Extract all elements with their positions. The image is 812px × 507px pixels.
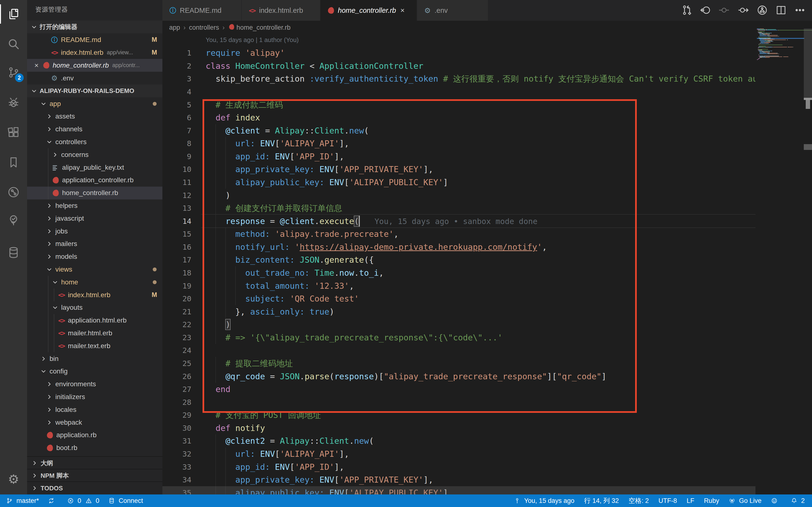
status-UTF-8[interactable]: UTF-8 xyxy=(659,497,677,505)
status-bell[interactable]: 2 xyxy=(791,497,805,505)
tree-item-mailer.html.erb[interactable]: <>mailer.html.erb xyxy=(27,327,162,339)
tree-item-models[interactable]: models xyxy=(27,250,162,263)
tree-item-environments[interactable]: environments xyxy=(27,378,162,391)
code-line-31[interactable]: @client2 = Alipay::Client.new( xyxy=(225,434,374,447)
code-line-25[interactable]: # 提取二维码地址 xyxy=(225,357,293,370)
code-line-20[interactable]: subject: 'QR Code test' xyxy=(245,292,359,305)
status-golive[interactable]: Go Live xyxy=(729,497,761,505)
code-line-3[interactable]: skip_before_action :verify_authenticity_… xyxy=(215,72,755,85)
tree-item-controllers[interactable]: controllers xyxy=(27,135,162,148)
code-line-17[interactable]: biz_content: JSON.generate({ xyxy=(236,253,374,266)
code-line-12[interactable]: ) xyxy=(225,189,230,202)
tree-item-alipay_public_key.txt[interactable]: alipay_public_key.txt xyxy=(27,161,162,174)
tree-item-bin[interactable]: bin xyxy=(27,352,162,365)
activity-source-control-icon[interactable]: 2 xyxy=(0,60,27,84)
code-line-13[interactable]: # 创建支付订单并取得订单信息 xyxy=(225,202,342,215)
status-Ruby[interactable]: Ruby xyxy=(704,497,719,505)
status-database[interactable]: Connect xyxy=(108,497,143,505)
horizontal-scrollbar[interactable] xyxy=(162,486,755,495)
breadcrumb-item[interactable]: app xyxy=(169,24,180,32)
tree-item-home[interactable]: home xyxy=(27,276,162,288)
tree-item-helpers[interactable]: helpers xyxy=(27,199,162,212)
status-LF[interactable]: LF xyxy=(687,497,694,505)
breadcrumb-item[interactable]: controllers xyxy=(189,24,219,32)
tree-item-channels[interactable]: channels xyxy=(27,123,162,136)
activity-files-icon[interactable] xyxy=(0,2,27,26)
code-line-7[interactable]: @client = Alipay::Client.new( xyxy=(225,124,369,137)
open-editor-README.md[interactable]: README.mdM xyxy=(27,33,162,46)
tree-item-initializers[interactable]: initializers xyxy=(27,390,162,403)
tree-item-views[interactable]: views xyxy=(27,263,162,276)
status-smiley[interactable] xyxy=(771,497,781,505)
code-line-33[interactable]: app_id: ENV['APP_ID'], xyxy=(236,460,344,473)
activity-search-icon[interactable] xyxy=(0,32,27,56)
activity-todo-tree-icon[interactable] xyxy=(0,208,27,232)
code-editor[interactable]: You, 15 days ago | 1 author (You) 1requi… xyxy=(162,34,755,495)
history-icon[interactable] xyxy=(755,3,769,17)
code-line-30[interactable]: def notify xyxy=(215,421,265,435)
open-editors-section-header[interactable]: 打开的编辑器 xyxy=(27,20,162,33)
code-line-34[interactable]: app_private_key: ENV['APP_PRIVATE_KEY'], xyxy=(236,473,433,486)
code-line-18[interactable]: out_trade_no: Time.now.to_i, xyxy=(245,266,384,279)
code-line-5[interactable]: # 生成付款二维码 xyxy=(215,98,283,111)
tree-item-index.html.erb[interactable]: <>index.html.erbM xyxy=(27,288,162,301)
tab-home_controller.rb[interactable]: home_controller.rb× xyxy=(320,0,417,21)
activity-extensions-icon[interactable] xyxy=(0,120,27,145)
code-line-8[interactable]: url: ENV['ALIPAY_API'], xyxy=(236,137,349,150)
tab-index.html.erb[interactable]: <>index.html.erb xyxy=(242,0,320,21)
split-editor-icon[interactable] xyxy=(774,3,788,17)
tree-item-application_controller.rb[interactable]: application_controller.rb xyxy=(27,174,162,187)
code-line-23[interactable]: # => '{\"alipay_trade_precreate_response… xyxy=(225,331,502,344)
activity-gitlens-icon[interactable] xyxy=(0,180,27,204)
tree-item-layouts[interactable]: layouts xyxy=(27,301,162,314)
tree-item-webpack[interactable]: webpack xyxy=(27,416,162,429)
tree-item-mailers[interactable]: mailers xyxy=(27,237,162,250)
tree-item-app[interactable]: app xyxy=(27,97,162,110)
code-line-21[interactable]: }, ascii_only: true) xyxy=(236,305,334,318)
code-line-32[interactable]: url: ENV['ALIPAY_API'], xyxy=(236,447,349,460)
tree-item-jobs[interactable]: jobs xyxy=(27,225,162,237)
code-line-16[interactable]: notify_url: 'https://alipay-demo-private… xyxy=(236,240,547,253)
next-change-icon[interactable] xyxy=(737,3,750,17)
breadcrumb-file[interactable]: home_controller.rb xyxy=(237,24,291,32)
code-line-9[interactable]: app_id: ENV['APP_ID'], xyxy=(236,150,344,163)
tree-item-boot.rb[interactable]: boot.rb xyxy=(27,442,162,454)
open-editor-.env[interactable]: ⚙.env xyxy=(27,72,162,84)
code-line-27[interactable]: end xyxy=(215,383,230,396)
tree-item-config[interactable]: config xyxy=(27,365,162,378)
status-warning[interactable]: 0 xyxy=(86,497,99,505)
project-section-header[interactable]: ALIPAY-RUBY-ON-RAILS-DEMO xyxy=(27,84,162,97)
sidebar-section-TODOS[interactable]: TODOS xyxy=(27,482,162,495)
code-line-29[interactable]: # 支付宝的 POST 回调地址 xyxy=(215,408,321,421)
tree-item-home_controller.rb[interactable]: home_controller.rb xyxy=(27,187,162,200)
status-branch[interactable]: master* xyxy=(6,497,39,505)
code-line-1[interactable]: require 'alipay' xyxy=(206,46,285,59)
open-editor-home_controller.rb[interactable]: ×home_controller.rbapp/contr... xyxy=(27,59,162,72)
activity-bookmarks-icon[interactable] xyxy=(0,150,27,174)
sidebar-section-大纲[interactable]: 大纲 xyxy=(27,456,162,469)
tree-item-application.rb[interactable]: application.rb xyxy=(27,429,162,442)
back-circle-icon[interactable] xyxy=(698,3,712,17)
tree-item-concerns[interactable]: concerns xyxy=(27,148,162,161)
overview-ruler[interactable] xyxy=(804,0,812,495)
minimap[interactable] xyxy=(757,29,804,72)
code-line-26[interactable]: @qr_code = JSON.parse(response)["alipay_… xyxy=(225,370,606,383)
open-editor-index.html.erb[interactable]: <>index.html.erbapp/view...M xyxy=(27,46,162,59)
code-line-19[interactable]: total_amount: '12.33', xyxy=(245,279,354,292)
code-line-6[interactable]: def index xyxy=(215,111,260,124)
tree-item-mailer.text.erb[interactable]: <>mailer.text.erb xyxy=(27,339,162,352)
status-行 14, 列 32[interactable]: 行 14, 列 32 xyxy=(584,496,619,505)
code-line-10[interactable]: app_private_key: ENV['APP_PRIVATE_KEY'], xyxy=(236,163,433,176)
tree-item-application.html.erb[interactable]: <>application.html.erb xyxy=(27,314,162,327)
activity-settings-gear-icon[interactable]: ⚙ xyxy=(0,467,27,491)
code-line-14[interactable]: response = @client.execute(You, 15 days … xyxy=(225,215,538,228)
tree-item-locales[interactable]: locales xyxy=(27,403,162,416)
tab-README.md[interactable]: README.md xyxy=(162,0,242,21)
activity-debug-icon[interactable] xyxy=(0,90,27,114)
status-milestone[interactable]: You, 15 days ago xyxy=(514,497,574,505)
close-icon[interactable]: × xyxy=(400,6,405,14)
tab-.env[interactable]: ⚙.env xyxy=(417,0,489,21)
code-line-2[interactable]: class HomeController < ApplicationContro… xyxy=(206,59,423,72)
code-line-15[interactable]: method: 'alipay.trade.precreate', xyxy=(236,227,399,240)
compare-changes-icon[interactable] xyxy=(680,3,694,17)
